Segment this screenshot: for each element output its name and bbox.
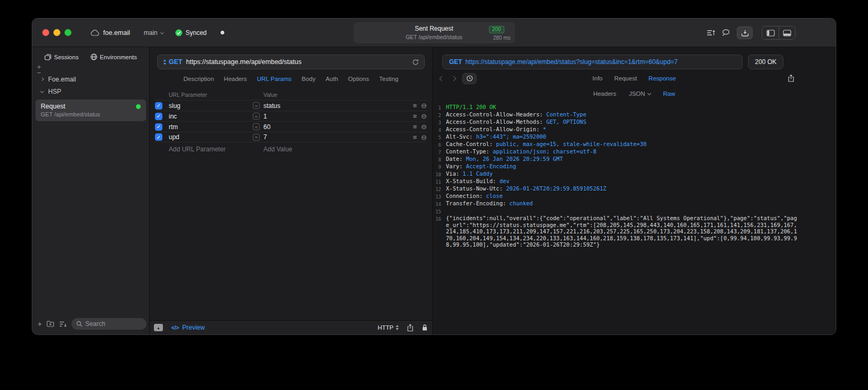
param-enabled-checkbox[interactable]: ✓ <box>155 133 162 141</box>
tree-item-hsp[interactable]: HSP <box>41 85 149 97</box>
tab-sessions[interactable]: Sessions <box>44 53 79 60</box>
response-tab-request[interactable]: Request <box>614 75 637 81</box>
line-text: Via: 1.1 Caddy <box>446 170 799 178</box>
remove-param-button[interactable]: ⊖ <box>421 133 427 141</box>
response-subtab-json[interactable]: JSON <box>629 90 651 97</box>
request-item-subtitle: GET /api/embed/status <box>41 111 141 117</box>
sidebar-footer: + <box>38 318 147 330</box>
request-url-text[interactable]: https://statuspage.me/api/embed/status <box>186 58 408 66</box>
import-tray-button[interactable] <box>737 26 753 39</box>
main-content: Sessions Environments + − Foe.email <box>32 47 836 334</box>
lock-icon[interactable] <box>422 324 428 331</box>
param-name[interactable]: upd <box>169 133 246 141</box>
param-value[interactable]: status <box>263 102 280 110</box>
request-list-item-selected[interactable]: Request GET /api/embed/status <box>35 99 146 121</box>
remove-param-button[interactable]: ⊖ <box>421 112 427 120</box>
zoom-window-button[interactable] <box>65 29 71 36</box>
line-number: 10 <box>433 170 441 178</box>
response-method: GET <box>449 58 462 66</box>
close-window-button[interactable] <box>42 29 49 36</box>
sent-request-summary[interactable]: Sent Request 200 GET /api/embed/status 2… <box>353 22 515 43</box>
sort-order-icon[interactable] <box>59 321 67 327</box>
remove-param-button[interactable]: ⊖ <box>421 123 427 131</box>
chevron-down-icon <box>647 91 651 95</box>
tree-item-label: Foe.email <box>48 76 76 83</box>
method-label: GET <box>169 58 182 66</box>
add-value-field[interactable]: Add Value <box>253 146 397 153</box>
request-tab-url-params[interactable]: URL Params <box>257 76 291 82</box>
remove-param-button[interactable]: ⊖ <box>421 102 427 110</box>
add-request-button[interactable]: + <box>38 321 42 327</box>
search-input[interactable] <box>85 320 142 328</box>
request-tabs: DescriptionHeadersURL ParamsBodyAuthOpti… <box>150 69 432 88</box>
response-tab-info[interactable]: Info <box>592 75 602 81</box>
request-tab-options[interactable]: Options <box>348 76 369 82</box>
param-value[interactable]: 60 <box>263 123 270 131</box>
history-button[interactable] <box>462 73 477 84</box>
response-tab-response[interactable]: Response <box>648 75 676 81</box>
response-raw-body: 1HTTP/1.1 200 OK2Access-Control-Allow-He… <box>433 100 836 334</box>
response-subtab-raw[interactable]: Raw <box>663 90 675 97</box>
new-folder-icon[interactable] <box>47 321 54 327</box>
line-text: Vary: Accept-Encoding <box>446 163 799 170</box>
param-name[interactable]: rtm <box>169 123 246 131</box>
request-tab-description[interactable]: Description <box>184 76 214 82</box>
status-badge: 200 <box>489 26 504 33</box>
param-enabled-checkbox[interactable]: ✓ <box>155 102 162 110</box>
equals-chip-icon: = <box>253 134 260 141</box>
sort-list-icon[interactable] <box>707 30 715 36</box>
lasso-icon[interactable] <box>722 29 730 37</box>
line-text: Cache-Control: public, max-age=15, stale… <box>446 141 799 148</box>
add-url-parameter-field[interactable]: Add URL Parameter <box>169 146 246 153</box>
method-selector[interactable]: GET <box>163 58 182 66</box>
param-row: ✓upd=7≡⊖ <box>155 132 427 142</box>
line-text: HTTP/1.1 200 OK <box>446 104 799 111</box>
export-response-icon[interactable] <box>788 75 794 83</box>
line-text: Alt-Svc: h3=":443"; ma=2592000 <box>446 133 799 141</box>
back-icon[interactable] <box>440 76 445 81</box>
response-status-box: 200 OK <box>748 55 783 69</box>
request-footer: ▲ </> Preview HTTP <box>150 320 432 334</box>
reorder-handle-icon[interactable]: ≡ <box>413 112 417 120</box>
forward-icon[interactable] <box>451 76 456 81</box>
project-selector[interactable]: foe.email <box>90 29 130 37</box>
request-tab-testing[interactable]: Testing <box>379 76 398 82</box>
param-value[interactable]: 1 <box>263 113 267 120</box>
share-icon[interactable] <box>407 324 414 332</box>
toggle-left-panel-button[interactable] <box>762 26 779 39</box>
request-tab-auth[interactable]: Auth <box>325 76 338 82</box>
param-value[interactable]: 7 <box>263 133 267 141</box>
app-window: foe.email main Synced Sent Request 200 G… <box>32 18 836 335</box>
request-tab-body[interactable]: Body <box>301 76 315 82</box>
refresh-icon[interactable] <box>412 59 419 66</box>
reorder-handle-icon[interactable]: ≡ <box>413 123 417 131</box>
window-controls <box>42 29 71 36</box>
line-text: Access-Control-Allow-Methods: GET, OPTIO… <box>446 119 799 126</box>
url-params-table: URL Parameter Value ✓slug=status≡⊖✓inc=1… <box>150 88 432 156</box>
remove-session-button[interactable]: − <box>37 70 41 76</box>
line-number: 7 <box>433 148 441 156</box>
request-url-bar[interactable]: GET https://statuspage.me/api/embed/stat… <box>157 55 425 69</box>
minimize-window-button[interactable] <box>53 29 60 36</box>
param-enabled-checkbox[interactable]: ✓ <box>155 123 162 131</box>
response-line: 4Access-Control-Allow-Origin: * <box>433 126 799 133</box>
response-subtab-headers[interactable]: Headers <box>593 90 616 97</box>
reorder-handle-icon[interactable]: ≡ <box>413 102 417 110</box>
project-name: foe.email <box>103 29 130 37</box>
reorder-handle-icon[interactable]: ≡ <box>413 133 417 141</box>
response-nav: InfoRequestResponse <box>433 69 836 87</box>
expand-panel-button[interactable]: ▲ <box>154 324 163 331</box>
response-url-box[interactable]: GET https://statuspage.me/api/embed/stat… <box>442 55 743 69</box>
toggle-bottom-panel-button[interactable] <box>779 26 795 39</box>
protocol-selector[interactable]: HTTP <box>378 324 399 331</box>
param-name[interactable]: inc <box>169 113 246 120</box>
sidebar-search[interactable] <box>71 318 147 330</box>
param-name[interactable]: slug <box>169 102 246 110</box>
tab-environments[interactable]: Environments <box>90 53 137 60</box>
tree-item-foe-email[interactable]: Foe.email <box>41 73 149 85</box>
response-line: 8Date: Mon, 26 Jan 2026 20:29:59 GMT <box>433 156 799 163</box>
request-tab-headers[interactable]: Headers <box>224 76 246 82</box>
branch-selector[interactable]: main <box>144 29 163 37</box>
param-enabled-checkbox[interactable]: ✓ <box>155 113 162 120</box>
preview-button[interactable]: </> Preview <box>171 324 205 331</box>
